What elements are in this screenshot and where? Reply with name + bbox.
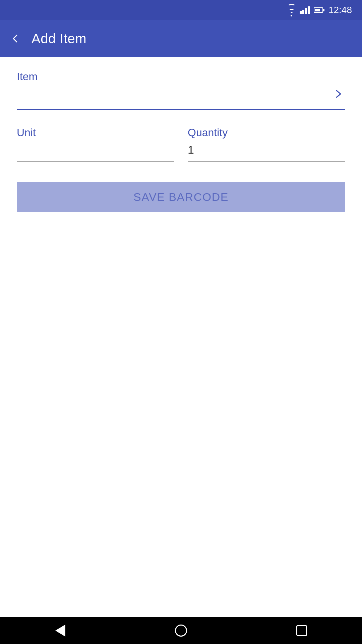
back-button[interactable] xyxy=(9,33,21,45)
nav-back-button[interactable] xyxy=(47,617,74,644)
unit-input[interactable] xyxy=(17,142,174,162)
main-content: Item Unit Quantity SAVE BARCODE xyxy=(0,57,362,617)
app-bar: Add Item xyxy=(0,20,362,57)
item-input-row xyxy=(17,86,345,110)
quantity-input[interactable] xyxy=(188,142,345,162)
back-triangle-icon xyxy=(55,625,65,637)
signal-icon xyxy=(300,6,310,14)
quantity-label: Quantity xyxy=(188,126,345,139)
unit-section: Unit xyxy=(17,126,174,162)
bottom-nav xyxy=(0,617,362,644)
battery-icon xyxy=(314,7,324,13)
unit-label: Unit xyxy=(17,126,174,139)
item-input[interactable] xyxy=(17,86,332,106)
nav-home-button[interactable] xyxy=(168,617,194,644)
wifi-icon xyxy=(288,4,296,16)
status-bar: 12:48 xyxy=(0,0,362,20)
save-barcode-button[interactable]: SAVE BARCODE xyxy=(17,182,345,212)
nav-recent-button[interactable] xyxy=(288,617,315,644)
status-icons: 12:48 xyxy=(288,4,352,16)
unit-quantity-row: Unit Quantity xyxy=(17,126,345,162)
item-label: Item xyxy=(17,70,345,83)
page-title: Add Item xyxy=(32,31,86,46)
status-time: 12:48 xyxy=(328,5,352,15)
quantity-section: Quantity xyxy=(188,126,345,162)
home-circle-icon xyxy=(175,625,187,637)
item-arrow-icon[interactable] xyxy=(332,87,345,104)
recent-square-icon xyxy=(296,625,307,636)
